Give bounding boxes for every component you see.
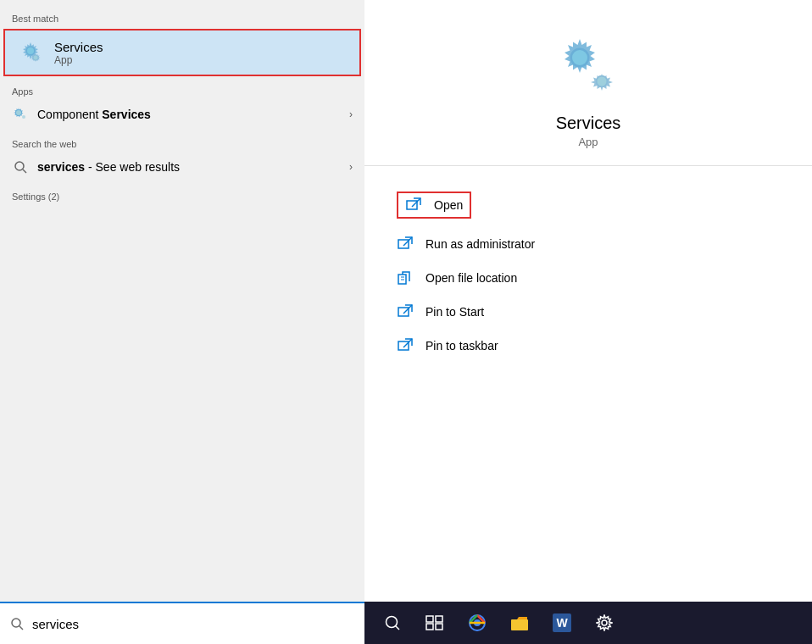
svg-point-12 bbox=[572, 50, 587, 65]
open-file-location-action[interactable]: Open file location bbox=[390, 261, 787, 295]
run-as-admin-label: Run as administrator bbox=[425, 237, 535, 251]
component-services-icon bbox=[12, 106, 29, 123]
svg-point-7 bbox=[15, 162, 24, 170]
best-match-item[interactable]: Services App bbox=[3, 29, 361, 76]
right-panel: Services App Open bbox=[364, 0, 812, 602]
open-file-icon bbox=[397, 269, 414, 286]
web-label: Search the web bbox=[0, 134, 364, 153]
svg-line-10 bbox=[19, 626, 23, 630]
web-search-chevron: › bbox=[349, 161, 353, 173]
svg-rect-29 bbox=[436, 616, 442, 622]
svg-point-5 bbox=[16, 110, 21, 115]
explorer-icon bbox=[510, 614, 529, 631]
svg-line-25 bbox=[403, 339, 412, 347]
taskbar-settings-button[interactable] bbox=[585, 605, 624, 641]
component-services-item[interactable]: Component Services › bbox=[0, 100, 364, 129]
best-match-text: Services App bbox=[54, 40, 103, 66]
app-detail-gear-icon bbox=[554, 34, 622, 102]
app-actions: Open Run as administrator bbox=[364, 175, 812, 371]
svg-line-27 bbox=[396, 626, 400, 630]
apps-section: Apps Component Services › bbox=[0, 81, 364, 129]
app-detail-type: App bbox=[578, 136, 598, 148]
best-match-name: Services bbox=[54, 40, 103, 54]
settings-section: Settings (2) bbox=[0, 186, 364, 205]
svg-line-8 bbox=[23, 169, 26, 173]
best-match-label: Best match bbox=[0, 8, 364, 27]
settings-label: Settings (2) bbox=[0, 186, 364, 205]
app-detail-name: Services bbox=[556, 114, 621, 133]
svg-rect-15 bbox=[407, 201, 417, 209]
left-panel: Best match bbox=[0, 0, 364, 644]
svg-point-6 bbox=[22, 115, 25, 119]
taskbar-search-icon bbox=[384, 614, 401, 631]
svg-line-16 bbox=[412, 198, 420, 207]
taskbar-search-button[interactable] bbox=[373, 605, 412, 641]
pin-to-start-action[interactable]: Pin to Start bbox=[390, 295, 787, 329]
taskview-icon bbox=[425, 615, 444, 630]
svg-rect-31 bbox=[436, 624, 442, 630]
run-as-admin-action[interactable]: Run as administrator bbox=[390, 227, 787, 261]
svg-rect-28 bbox=[426, 616, 433, 622]
search-input[interactable] bbox=[32, 617, 354, 631]
open-file-label: Open file location bbox=[425, 271, 517, 285]
svg-rect-34 bbox=[511, 619, 528, 630]
svg-point-14 bbox=[598, 77, 607, 86]
svg-line-18 bbox=[403, 237, 412, 246]
search-bar bbox=[0, 602, 364, 644]
svg-rect-17 bbox=[398, 240, 409, 248]
svg-point-1 bbox=[27, 47, 34, 54]
taskbar: W bbox=[364, 602, 812, 644]
web-search-label: services - See web results bbox=[37, 160, 180, 174]
web-search-icon bbox=[12, 158, 29, 175]
search-results: Best match bbox=[0, 0, 364, 602]
svg-rect-30 bbox=[426, 624, 433, 630]
taskbar-taskview-button[interactable] bbox=[415, 605, 454, 641]
taskbar-word-button[interactable]: W bbox=[542, 605, 581, 641]
web-search-item[interactable]: services - See web results › bbox=[0, 153, 364, 181]
services-icon bbox=[15, 37, 46, 68]
pin-start-icon bbox=[397, 303, 414, 320]
pin-start-label: Pin to Start bbox=[425, 305, 484, 319]
app-detail-header: Services App bbox=[364, 0, 812, 166]
svg-point-9 bbox=[12, 619, 20, 627]
run-as-admin-icon bbox=[397, 236, 414, 253]
svg-point-35 bbox=[602, 620, 607, 625]
component-services-chevron: › bbox=[349, 108, 353, 120]
component-services-label: Component Services bbox=[37, 108, 151, 121]
chrome-icon bbox=[468, 613, 487, 632]
settings-icon bbox=[596, 614, 613, 631]
web-section: Search the web services - See web result… bbox=[0, 134, 364, 181]
svg-point-3 bbox=[34, 56, 38, 60]
word-icon: W bbox=[553, 613, 571, 632]
pin-taskbar-label: Pin to taskbar bbox=[425, 339, 498, 353]
open-label: Open bbox=[434, 198, 463, 212]
services-gear-icon bbox=[15, 37, 46, 68]
best-match-type: App bbox=[54, 54, 103, 66]
open-action[interactable]: Open bbox=[390, 183, 787, 227]
app-detail-icon bbox=[554, 34, 622, 102]
svg-rect-24 bbox=[398, 341, 409, 350]
open-icon bbox=[405, 197, 422, 214]
pin-to-taskbar-action[interactable]: Pin to taskbar bbox=[390, 329, 787, 363]
search-bar-icon bbox=[10, 617, 24, 630]
taskbar-chrome-button[interactable] bbox=[458, 605, 497, 641]
apps-label: Apps bbox=[0, 81, 364, 100]
svg-line-23 bbox=[403, 305, 412, 314]
pin-taskbar-icon bbox=[397, 337, 414, 354]
svg-rect-22 bbox=[398, 308, 409, 316]
taskbar-explorer-button[interactable] bbox=[500, 605, 539, 641]
